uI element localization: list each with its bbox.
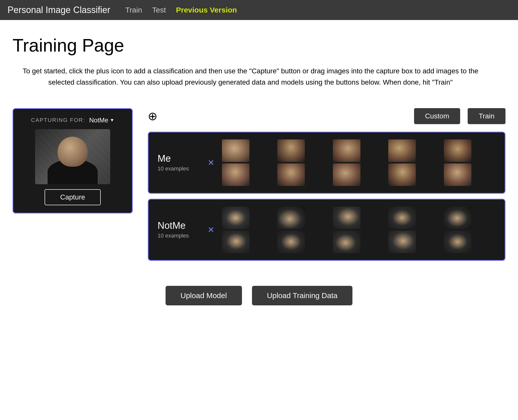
delete-class-me[interactable]: ✕: [208, 158, 214, 167]
thumb-notme-1: [222, 206, 249, 229]
top-controls: ⊕ Custom Train: [148, 108, 505, 124]
thumb-notme-2: [277, 206, 305, 229]
custom-button[interactable]: Custom: [414, 108, 460, 124]
nav-train[interactable]: Train: [125, 6, 142, 14]
class-examples-notme: 10 examples: [158, 233, 198, 239]
action-buttons: Custom Train: [414, 108, 505, 124]
class-name-notme: NotMe: [158, 220, 198, 231]
upload-model-button[interactable]: Upload Model: [166, 286, 242, 305]
capture-label-row: CAPTURING FOR: NotMe ▼: [21, 116, 124, 124]
thumb-me-4: [388, 139, 416, 162]
add-class-button[interactable]: ⊕: [148, 110, 158, 122]
upload-training-data-button[interactable]: Upload Training Data: [252, 286, 353, 305]
thumb-notme-10: [444, 231, 471, 253]
thumb-me-2: [277, 139, 305, 162]
thumb-me-7: [277, 163, 305, 186]
main-content: Training Page To get started, click the …: [0, 20, 518, 325]
nav-test[interactable]: Test: [152, 6, 166, 14]
thumb-notme-5: [444, 206, 471, 229]
bottom-controls: Upload Model Upload Training Data: [13, 286, 505, 305]
thumb-me-6: [222, 163, 249, 186]
class-card-notme: NotMe 10 examples ✕: [148, 199, 505, 261]
capture-class-dropdown[interactable]: NotMe ▼: [89, 116, 114, 124]
capture-button[interactable]: Capture: [45, 189, 101, 205]
page-title: Training Page: [13, 35, 505, 56]
class-card-me: Me 10 examples ✕: [148, 132, 505, 194]
class-examples-me: 10 examples: [158, 165, 198, 172]
capture-box: CAPTURING FOR: NotMe ▼ Capture: [13, 108, 133, 214]
capture-preview-face: [58, 137, 88, 167]
class-name-me: Me: [158, 153, 198, 164]
class-images-notme: [222, 206, 498, 253]
thumb-notme-9: [388, 231, 416, 253]
thumb-notme-4: [388, 206, 416, 229]
class-info-notme: NotMe 10 examples: [158, 220, 198, 239]
app-title: Personal Image Classifier: [8, 5, 110, 15]
thumb-notme-3: [333, 206, 360, 229]
thumb-me-5: [444, 139, 471, 162]
thumb-notme-8: [333, 231, 360, 253]
class-info-me: Me 10 examples: [158, 153, 198, 172]
training-area: CAPTURING FOR: NotMe ▼ Capture ⊕ Custom: [13, 108, 505, 261]
thumb-me-9: [388, 163, 416, 186]
class-images-me: [222, 139, 498, 186]
right-panel: ⊕ Custom Train Me 10 examples ✕: [148, 108, 505, 261]
thumb-me-10: [444, 163, 471, 186]
nav-previous-version[interactable]: Previous Version: [176, 6, 237, 14]
thumb-me-1: [222, 139, 249, 162]
navbar: Personal Image Classifier Train Test Pre…: [0, 0, 518, 20]
thumb-notme-7: [277, 231, 305, 253]
thumb-notme-6: [222, 231, 249, 253]
page-description: To get started, click the plus icon to a…: [13, 66, 488, 88]
dropdown-arrow-icon: ▼: [110, 118, 114, 123]
capture-for-label: CAPTURING FOR:: [31, 117, 85, 123]
train-button[interactable]: Train: [468, 108, 505, 124]
capture-preview: [35, 129, 110, 184]
capture-class-name: NotMe: [89, 116, 108, 124]
delete-class-notme[interactable]: ✕: [208, 225, 214, 235]
thumb-me-8: [333, 163, 360, 186]
thumb-me-3: [333, 139, 360, 162]
